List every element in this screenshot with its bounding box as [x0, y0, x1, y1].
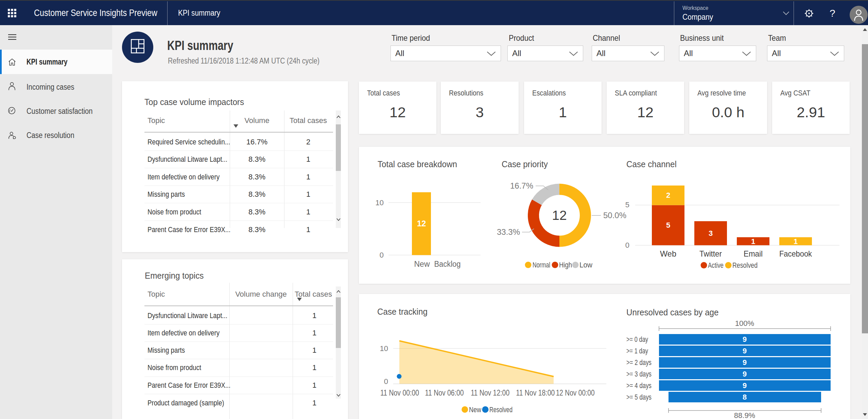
- svg-text:8: 8: [743, 393, 747, 401]
- svg-text:50.0%: 50.0%: [603, 211, 626, 220]
- svg-text:Active: Active: [708, 261, 724, 269]
- svg-text:11 Nov 12:00: 11 Nov 12:00: [471, 388, 509, 397]
- svg-text:Twitter: Twitter: [699, 249, 722, 258]
- svg-text:New: New: [469, 405, 481, 414]
- svg-text:High: High: [559, 261, 572, 269]
- svg-text:3: 3: [709, 229, 713, 238]
- svg-text:0: 0: [380, 251, 384, 259]
- svg-text:9: 9: [743, 381, 747, 390]
- svg-text:New: New: [414, 260, 430, 268]
- svg-text:12: 12: [552, 208, 567, 223]
- svg-text:Web: Web: [660, 249, 676, 258]
- svg-text:9: 9: [743, 370, 747, 378]
- svg-text:16.7%: 16.7%: [510, 181, 533, 190]
- svg-text:>= 4 days: >= 4 days: [626, 381, 652, 390]
- svg-text:5: 5: [666, 221, 670, 229]
- svg-text:12: 12: [417, 219, 426, 228]
- svg-text:Normal: Normal: [533, 261, 550, 269]
- svg-text:11 Nov 00:00: 11 Nov 00:00: [380, 388, 419, 397]
- svg-text:9: 9: [743, 335, 747, 344]
- svg-text:Facebook: Facebook: [779, 249, 812, 258]
- svg-text:Resolved: Resolved: [489, 405, 513, 414]
- svg-text:>= 2 days: >= 2 days: [626, 358, 652, 367]
- svg-text:12 Nov 00:00: 12 Nov 00:00: [556, 388, 595, 397]
- svg-text:11 Nov 18:00: 11 Nov 18:00: [516, 388, 555, 397]
- svg-text:33.3%: 33.3%: [497, 227, 520, 237]
- svg-text:11 Nov 06:00: 11 Nov 06:00: [425, 388, 464, 397]
- svg-text:Email: Email: [744, 249, 763, 258]
- svg-text:>= 5 days: >= 5 days: [626, 393, 652, 401]
- svg-text:>= 3 days: >= 3 days: [626, 370, 652, 378]
- svg-text:Backlog: Backlog: [434, 260, 461, 268]
- svg-text:0: 0: [625, 241, 629, 249]
- svg-text:1: 1: [751, 237, 755, 246]
- svg-text:0: 0: [384, 377, 388, 386]
- svg-text:88.9%: 88.9%: [734, 411, 755, 419]
- svg-text:2: 2: [666, 191, 670, 199]
- svg-text:5: 5: [625, 200, 629, 209]
- svg-text:Resolved: Resolved: [732, 261, 758, 269]
- svg-text:10: 10: [376, 198, 384, 207]
- svg-text:9: 9: [743, 347, 747, 355]
- svg-text:>= 1 day: >= 1 day: [626, 347, 648, 355]
- svg-text:Low: Low: [579, 261, 592, 269]
- svg-text:10: 10: [380, 344, 388, 353]
- svg-text:>= 0 day: >= 0 day: [626, 335, 648, 344]
- svg-text:100%: 100%: [735, 319, 754, 328]
- svg-text:1: 1: [794, 237, 798, 246]
- svg-text:9: 9: [743, 358, 747, 367]
